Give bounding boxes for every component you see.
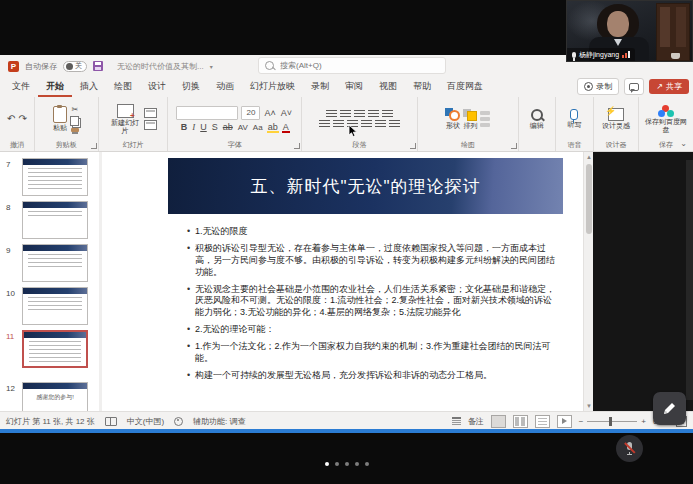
thumbnail-slide-12[interactable]: 12 感谢您的参与!: [0, 382, 103, 411]
strikethrough-button[interactable]: ab: [222, 122, 234, 132]
reading-view-button[interactable]: [535, 415, 550, 428]
dialog-launcher-icon[interactable]: [91, 143, 97, 149]
align-center-icon[interactable]: [333, 120, 344, 128]
tab-home[interactable]: 开始: [38, 77, 72, 97]
accessibility-label[interactable]: 辅助功能: 调查: [193, 416, 245, 427]
dialog-launcher-icon[interactable]: [410, 143, 416, 149]
scroll-down-icon[interactable]: ▼: [586, 403, 592, 409]
dictate-button[interactable]: 听写: [567, 109, 581, 129]
share-button[interactable]: ↗ 共享: [649, 79, 689, 94]
thumbnail-slide-10[interactable]: 10: [0, 287, 103, 329]
underline-button[interactable]: U: [199, 122, 208, 132]
tab-record[interactable]: 录制: [303, 77, 337, 97]
shrink-font-icon[interactable]: A˅: [280, 108, 293, 118]
thumbnail-slide-9[interactable]: 9: [0, 244, 103, 286]
slide-canvas[interactable]: 五、新时代"无讼"的理论探讨 1.无讼的限度 积极的诉讼引导型无讼，存在着参与主…: [103, 152, 583, 411]
change-case-button[interactable]: Aa: [252, 123, 264, 132]
format-painter-icon[interactable]: [71, 128, 79, 132]
slide-bullet[interactable]: 积极的诉讼引导型无讼，存在着参与主体单一，过度依赖国家投入等问题，一方面成本过高…: [185, 243, 557, 279]
webcam-video-tile[interactable]: 杨静jingyang: [566, 0, 693, 62]
notes-button[interactable]: 备注: [468, 416, 484, 427]
tab-help[interactable]: 帮助: [405, 77, 439, 97]
character-spacing-button[interactable]: AV: [237, 123, 249, 132]
italic-button[interactable]: I: [191, 122, 196, 132]
tab-review[interactable]: 审阅: [337, 77, 371, 97]
tab-file[interactable]: 文件: [4, 77, 38, 97]
bullets-icon[interactable]: [326, 110, 337, 118]
shape-styles-icons[interactable]: [480, 111, 490, 127]
paste-button[interactable]: 粘贴: [53, 106, 67, 132]
slide-bullet[interactable]: 1.作为一个法文化；2.作为一个国家权力自我约束的机制；3.作为重建社会团结的民…: [185, 341, 557, 365]
undo-icon[interactable]: ↶: [7, 114, 15, 124]
dialog-launcher-icon[interactable]: [511, 143, 517, 149]
tab-baidu-netdisk[interactable]: 百度网盘: [439, 77, 491, 97]
slide-reset-icon[interactable]: [144, 120, 157, 130]
columns-icon[interactable]: [375, 120, 386, 128]
zoom-out-button[interactable]: −: [579, 417, 584, 426]
zoom-in-button[interactable]: +: [641, 417, 646, 426]
tab-transitions[interactable]: 切换: [174, 77, 208, 97]
thumbnail-slide-11-selected[interactable]: 11: [0, 330, 103, 372]
powerpoint-app-icon[interactable]: P: [8, 61, 19, 72]
tab-animations[interactable]: 动画: [208, 77, 242, 97]
slide-title-banner[interactable]: 五、新时代"无讼"的理论探讨: [168, 158, 563, 214]
slide-bullet[interactable]: 1.无讼的限度: [185, 226, 557, 238]
bold-button[interactable]: B: [180, 122, 189, 132]
zoom-slider[interactable]: [587, 421, 637, 422]
numbering-icon[interactable]: [340, 110, 351, 118]
slide-body-text[interactable]: 1.无讼的限度 积极的诉讼引导型无讼，存在着参与主体单一，过度依赖国家投入等问题…: [185, 226, 557, 387]
redo-icon[interactable]: ↷: [18, 114, 26, 124]
save-to-baidu-button[interactable]: 保存到百度网盘: [645, 105, 687, 133]
mute-microphone-button[interactable]: [616, 435, 643, 462]
font-size-box[interactable]: 20: [241, 106, 260, 120]
annotation-pen-button[interactable]: [653, 392, 686, 425]
align-left-icon[interactable]: [319, 120, 330, 128]
search-box[interactable]: [258, 57, 446, 74]
record-button[interactable]: 录制: [577, 78, 619, 95]
tab-insert[interactable]: 插入: [72, 77, 106, 97]
design-ideas-button[interactable]: 设计灵感: [601, 108, 631, 130]
spellcheck-book-icon[interactable]: [105, 417, 117, 426]
tab-design[interactable]: 设计: [140, 77, 174, 97]
thumbnail-slide-8[interactable]: 8: [0, 201, 103, 243]
tab-view[interactable]: 视图: [371, 77, 405, 97]
tab-draw[interactable]: 绘图: [106, 77, 140, 97]
decrease-indent-icon[interactable]: [354, 110, 365, 118]
search-input[interactable]: [278, 60, 402, 71]
language-label[interactable]: 中文(中国): [127, 416, 164, 427]
highlight-color-icon[interactable]: ab: [267, 122, 279, 132]
thumbnail-slide-7[interactable]: 7: [0, 158, 103, 200]
document-title[interactable]: 无讼的时代价值及其制...: [117, 61, 204, 72]
normal-view-button[interactable]: [491, 415, 506, 428]
scrollbar-thumb[interactable]: [586, 164, 592, 234]
arrange-button[interactable]: 排列: [463, 109, 477, 130]
slide-bullet[interactable]: 2.无讼的理论可能：: [185, 324, 557, 336]
copy-icon[interactable]: [70, 116, 79, 126]
cut-icon[interactable]: ✂: [71, 106, 78, 114]
comments-button[interactable]: [624, 78, 644, 95]
collapse-ribbon-icon[interactable]: ⌄: [680, 139, 687, 148]
slide-layout-icon[interactable]: [144, 108, 157, 118]
text-shadow-button[interactable]: S: [211, 122, 219, 132]
text-direction-icon[interactable]: [389, 120, 400, 128]
slide-sorter-view-button[interactable]: [513, 415, 528, 428]
line-spacing-icon[interactable]: [382, 110, 393, 118]
slide-scrollbar[interactable]: ▲ ▼: [583, 152, 593, 411]
grow-font-icon[interactable]: A˄: [263, 108, 276, 118]
scroll-up-icon[interactable]: ▲: [586, 154, 592, 160]
slide-bullet[interactable]: 无讼观念主要的社会基础是小范围的农业社会，人们生活关系紧密；文化基础是和谐稳定，…: [185, 284, 557, 320]
new-slide-button[interactable]: 新建幻灯片: [109, 104, 141, 134]
font-color-icon[interactable]: A: [282, 122, 290, 132]
justify-icon[interactable]: [361, 120, 372, 128]
autosave-toggle[interactable]: 关: [63, 61, 87, 72]
font-name-box[interactable]: [176, 106, 238, 120]
editing-button[interactable]: 编辑: [530, 109, 544, 130]
right-edge-scroll-strip[interactable]: [686, 160, 693, 400]
zoom-slider-knob[interactable]: [609, 417, 612, 426]
save-icon[interactable]: [93, 61, 103, 71]
increase-indent-icon[interactable]: [368, 110, 379, 118]
thumbnail-scrollbar[interactable]: [99, 152, 102, 411]
slideshow-view-button[interactable]: [557, 415, 572, 428]
tab-slideshow[interactable]: 幻灯片放映: [242, 77, 303, 97]
shapes-button[interactable]: 形状: [445, 108, 460, 130]
